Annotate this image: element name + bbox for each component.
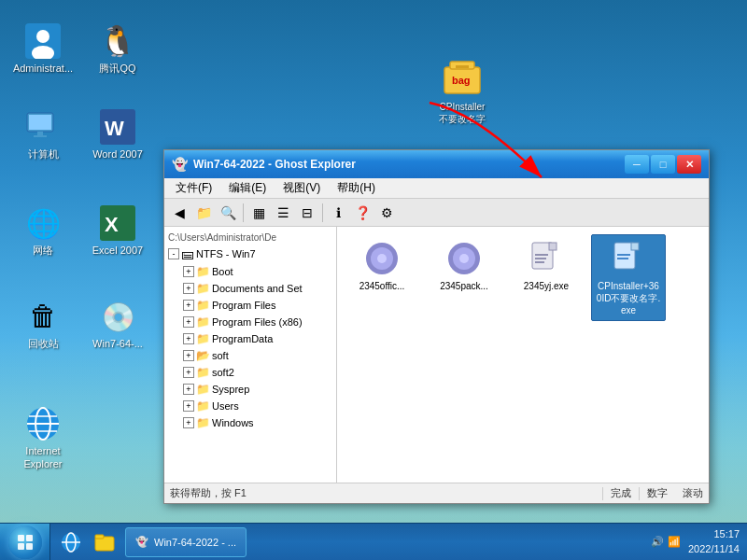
toolbar-view3[interactable]: ⊟ [296, 202, 318, 224]
tree-item-soft[interactable]: + 📂 soft [164, 347, 336, 364]
network-label: 网络 [33, 244, 53, 257]
toolbar-help[interactable]: ❓ [351, 202, 374, 224]
status-middle: 完成 [611, 486, 631, 500]
svg-rect-6 [34, 135, 47, 137]
tree-expand-users[interactable]: + [183, 400, 194, 412]
file-item-2345offic[interactable]: 2345offic... [345, 234, 419, 321]
ie-icon [24, 405, 62, 442]
win7-icon: 💿 [99, 298, 136, 335]
svg-rect-35 [617, 254, 630, 256]
start-button[interactable] [0, 524, 50, 561]
speaker-icon[interactable]: 🔊 [651, 536, 664, 548]
svg-text:bag: bag [452, 75, 471, 86]
tree-item-programfiles[interactable]: + 📁 Program Files [164, 297, 336, 314]
tree-item-boot[interactable]: + 📁 Boot [164, 263, 336, 280]
toolbar-extra[interactable]: ⚙ [375, 202, 398, 224]
desktop-icon-excel[interactable]: X Excel 2007 [84, 201, 151, 260]
tree-expand-sysprep[interactable]: + [183, 384, 194, 395]
file-item-2345pack[interactable]: 2345pack... [427, 234, 501, 321]
desktop-icon-recycle[interactable]: 🗑 回收站 [9, 294, 77, 354]
tree-expand-docs[interactable]: + [183, 283, 194, 294]
desktop-icon-win7[interactable]: 💿 Win7-64-... [84, 294, 151, 354]
status-sep2 [639, 487, 640, 500]
file-icon-2345offic [362, 239, 402, 278]
tree-item-windows[interactable]: + 📁 Windows [164, 414, 336, 431]
file-item-cpinstaller[interactable]: CPInstaller+360ID不要改名字.exe [591, 234, 666, 321]
tree-expand-boot[interactable]: + [183, 266, 194, 277]
file-icon-2345pack [444, 239, 484, 278]
tree-item-soft2[interactable]: + 📁 soft2 [164, 364, 336, 381]
status-bar: 获得帮助，按 F1 完成 数字 滚动 [164, 483, 709, 503]
window-titlebar: 👻 Win7-64-2022 - Ghost Explorer ─ □ ✕ [164, 150, 709, 178]
svg-rect-31 [535, 261, 544, 263]
status-right: 数字 滚动 [647, 486, 703, 500]
cpinstaller-desktop-icon: bag [443, 60, 482, 99]
desktop-icon-qq[interactable]: 🐧 腾讯QQ [84, 19, 151, 78]
svg-rect-39 [18, 535, 24, 541]
taskbar-ie-launch[interactable] [54, 525, 88, 559]
toolbar-sep2 [322, 203, 323, 222]
window-title-icon: 👻 [172, 157, 188, 172]
status-help: 获得帮助，按 F1 [170, 486, 595, 500]
menu-help[interactable]: 帮助(H) [330, 178, 383, 198]
computer-label: 计算机 [28, 147, 59, 161]
tree-expand-soft2[interactable]: + [183, 367, 194, 378]
taskbar-ghost-icon: 👻 [135, 536, 148, 548]
desktop-icon-cpinstaller[interactable]: bag CPInstaller 不要改名字 [425, 56, 500, 129]
status-sep1 [602, 487, 603, 500]
menu-bar: 文件(F) 编辑(E) 视图(V) 帮助(H) [164, 178, 709, 199]
toolbar-view2[interactable]: ☰ [272, 202, 294, 224]
desktop-icon-ie[interactable]: InternetExplorer [9, 401, 77, 475]
tree-expand-root[interactable]: - [168, 248, 179, 259]
clock[interactable]: 15:17 2022/11/14 [688, 527, 740, 556]
file-item-2345yj[interactable]: 2345yj.exe [509, 234, 584, 321]
taskbar-items: 👻 Win7-64-2022 - ... [121, 524, 643, 560]
tree-expand-pf86[interactable]: + [183, 316, 194, 328]
menu-file[interactable]: 文件(F) [168, 178, 219, 198]
tree-item-sysprep[interactable]: + 📁 Sysprep [164, 381, 336, 398]
svg-rect-29 [535, 254, 548, 256]
recycle-label: 回收站 [28, 337, 59, 350]
menu-view[interactable]: 视图(V) [275, 178, 328, 198]
svg-rect-28 [549, 243, 557, 250]
taskbar: 👻 Win7-64-2022 - ... 🔊 📶 15:17 2022/11/1… [0, 523, 747, 560]
qq-label: 腾讯QQ [99, 62, 135, 75]
svg-rect-42 [26, 543, 33, 550]
desktop-icon-word[interactable]: W Word 2007 [84, 105, 151, 164]
svg-rect-5 [37, 132, 43, 135]
status-numlock: 数字 [647, 486, 668, 500]
svg-rect-36 [617, 258, 628, 259]
svg-point-22 [377, 254, 387, 263]
menu-edit[interactable]: 编辑(E) [221, 178, 274, 198]
toolbar-search[interactable]: 🔍 [217, 202, 239, 224]
svg-rect-41 [18, 543, 24, 550]
desktop-icon-computer[interactable]: 计算机 [9, 105, 77, 164]
taskbar-ghost-explorer[interactable]: 👻 Win7-64-2022 - ... [125, 527, 247, 557]
close-button[interactable]: ✕ [677, 155, 701, 174]
administrator-label: Administrat... [13, 62, 73, 75]
tree-root[interactable]: - 🖴 NTFS - Win7 [164, 245, 336, 263]
tree-expand-windows[interactable]: + [183, 417, 194, 428]
tree-expand-soft[interactable]: + [183, 350, 194, 361]
svg-rect-40 [26, 535, 33, 541]
network-tray-icon[interactable]: 📶 [668, 536, 681, 548]
content-area: C:\Users\Administrator\De - 🖴 NTFS - Win… [164, 227, 709, 483]
tree-expand-pd[interactable]: + [183, 333, 194, 344]
toolbar-open[interactable]: 📁 [192, 202, 215, 224]
maximize-button[interactable]: □ [651, 155, 675, 174]
tree-item-docs[interactable]: + 📁 Documents and Set [164, 280, 336, 297]
window-controls: ─ □ ✕ [625, 155, 701, 174]
tree-expand-pf[interactable]: + [183, 300, 194, 311]
taskbar-ghost-label: Win7-64-2022 - ... [154, 537, 236, 548]
toolbar-view1[interactable]: ▦ [247, 202, 270, 224]
svg-rect-34 [631, 243, 639, 250]
tree-item-users[interactable]: + 📁 Users [164, 398, 336, 414]
toolbar-info[interactable]: ℹ [327, 202, 349, 224]
minimize-button[interactable]: ─ [625, 155, 649, 174]
desktop-icon-network[interactable]: 🌐 网络 [9, 201, 77, 260]
toolbar-back[interactable]: ◀ [168, 202, 190, 224]
tree-item-programdata[interactable]: + 📁 ProgramData [164, 330, 336, 347]
desktop-icon-administrator[interactable]: Administrat... [9, 19, 77, 78]
tree-item-programfiles86[interactable]: + 📁 Program Files (x86) [164, 314, 336, 330]
taskbar-explorer-launch[interactable] [88, 525, 121, 559]
